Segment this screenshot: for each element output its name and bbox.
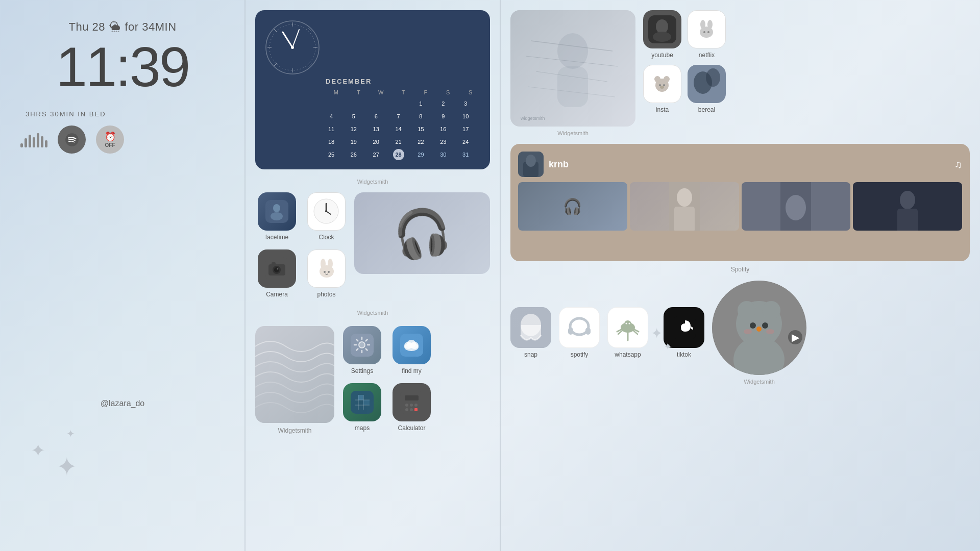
headphones-emoji: 🎧 — [389, 202, 455, 265]
spotify-img-2 — [630, 182, 739, 231]
whatsapp-label: whatsapp — [615, 351, 641, 358]
cal-cell-10: 10 — [460, 111, 471, 122]
svg-point-60 — [414, 404, 418, 407]
insta-icon[interactable]: insta — [643, 65, 681, 113]
spotify2-icon[interactable]: spotify — [559, 307, 600, 358]
camera-icon[interactable]: Camera — [255, 249, 299, 298]
svg-point-77 — [700, 20, 705, 29]
youtube-label: youtube — [651, 52, 673, 59]
snap-icon[interactable]: snap — [510, 307, 551, 358]
sparkle-top: ✦ — [31, 441, 45, 459]
calculator-icon[interactable]: Calculator — [390, 383, 433, 434]
bar2 — [24, 138, 27, 147]
spotify2-img — [559, 307, 600, 348]
netflix-icon[interactable]: netflix — [688, 10, 726, 59]
ws-sketch-container: widgetsmith Widgetsmith — [510, 10, 635, 136]
insta-img — [643, 65, 681, 103]
svg-point-93 — [526, 155, 536, 167]
bereal-label: bereal — [698, 106, 715, 113]
findmy-icon[interactable]: find my — [390, 326, 433, 377]
svg-point-117 — [738, 301, 756, 319]
cal-cell-5: 5 — [348, 111, 359, 122]
svg-point-118 — [762, 301, 780, 319]
time-display: 11:39 — [56, 39, 189, 95]
texture-widget[interactable] — [255, 326, 334, 423]
spotify-label: Spotify — [510, 266, 970, 273]
cal-header-T1: T — [348, 88, 369, 96]
alarm-button[interactable]: ⏰ OFF — [96, 126, 124, 154]
spotify-button[interactable] — [58, 126, 86, 154]
calendar-widget[interactable]: DECEMBER M T W T F S S 1 2 3 4 5 — [255, 10, 490, 169]
svg-point-113 — [628, 322, 630, 324]
svg-point-90 — [706, 68, 720, 87]
spotify-logo-icon: ♫ — [954, 159, 962, 170]
ws-profile-container: ▶ Widgetsmith — [712, 281, 806, 385]
facetime-icon[interactable]: facetime — [255, 192, 299, 241]
svg-point-31 — [324, 271, 326, 273]
bereal-icon[interactable]: bereal — [688, 65, 726, 113]
ws-profile-svg — [712, 281, 806, 375]
svg-point-29 — [321, 259, 326, 269]
svg-point-13 — [291, 46, 294, 49]
cal-cell-13: 13 — [371, 123, 382, 135]
cal-cell-23: 23 — [437, 136, 449, 147]
whatsapp-icon[interactable]: whatsapp — [607, 307, 648, 358]
netflix-img — [688, 10, 726, 48]
svg-rect-107 — [568, 328, 573, 335]
svg-point-24 — [274, 267, 279, 272]
profile-play-icon: ▶ — [788, 330, 802, 344]
svg-line-11 — [283, 32, 292, 47]
svg-point-32 — [328, 271, 330, 273]
cal-header-T2: T — [393, 88, 414, 96]
date-weather: Thu 28 🌦 for 34MIN — [68, 20, 176, 34]
netflix-label: netflix — [699, 52, 715, 59]
svg-point-59 — [410, 404, 413, 407]
svg-rect-96 — [674, 207, 695, 231]
youtube-icon[interactable]: youtube — [643, 10, 681, 59]
svg-rect-49 — [351, 391, 374, 414]
svg-rect-101 — [897, 209, 918, 231]
spotify-header: krnb ♫ — [518, 152, 962, 177]
svg-rect-63 — [414, 408, 418, 411]
svg-point-79 — [703, 31, 705, 33]
clock-icon-app[interactable]: Clock — [305, 192, 348, 241]
svg-point-123 — [766, 329, 774, 334]
headphones-widget[interactable]: 🎧 — [354, 192, 490, 274]
svg-line-6 — [274, 29, 277, 32]
center-panel: DECEMBER M T W T F S S 1 2 3 4 5 — [245, 0, 500, 551]
ws-profile-widget[interactable]: ▶ — [712, 281, 806, 375]
photos-img — [307, 249, 346, 288]
ws-sketch-widget[interactable]: widgetsmith — [510, 10, 635, 127]
svg-point-25 — [277, 268, 279, 270]
calculator-label: Calculator — [398, 424, 425, 432]
spotify-widget[interactable]: krnb ♫ 🎧 — [510, 144, 970, 261]
svg-point-73 — [656, 19, 668, 34]
svg-point-112 — [625, 322, 627, 324]
svg-point-62 — [410, 408, 413, 411]
bar6 — [41, 136, 43, 147]
tiktok-label: tiktok — [677, 351, 691, 358]
svg-point-35 — [359, 342, 365, 348]
svg-point-100 — [900, 191, 915, 209]
sparkle-bottom: ✦ — [56, 454, 78, 480]
cal-cell-9: 9 — [437, 111, 449, 122]
bar5 — [37, 133, 39, 147]
clock-img — [307, 192, 346, 231]
cal-cell-28-today: 28 — [393, 149, 404, 160]
svg-point-111 — [624, 320, 631, 328]
calendar-widget-label: Widgetsmith — [255, 179, 490, 185]
cal-header-S2: S — [460, 88, 481, 96]
settings-icon[interactable]: Settings — [340, 326, 384, 377]
spotify-thumb — [518, 152, 544, 177]
svg-line-12 — [292, 30, 299, 47]
music-bars — [20, 132, 47, 147]
cal-header-W: W — [371, 88, 391, 96]
cal-cell-empty1 — [326, 98, 337, 109]
cal-cell-16: 16 — [437, 123, 449, 135]
svg-point-78 — [707, 20, 713, 29]
photos-icon[interactable]: photos — [305, 249, 348, 298]
alarm-off-label: OFF — [105, 142, 115, 148]
svg-text:widgetsmith: widgetsmith — [520, 116, 545, 121]
sketch-svg: widgetsmith — [510, 10, 635, 127]
maps-icon[interactable]: maps — [340, 383, 384, 434]
